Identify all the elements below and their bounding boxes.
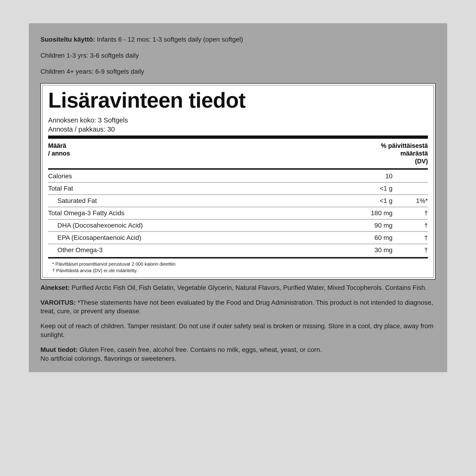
other-label: Muut tiedot: [40, 346, 78, 353]
nutrient-name: Saturated Fat [48, 195, 328, 207]
footnotes: * Päivittäiset prosenttiarvot perustuvat… [48, 259, 428, 274]
usage-text-1: Infants 6 - 12 mos: 1-3 softgels daily (… [97, 36, 243, 43]
nutrient-amount: 90 mg [328, 219, 392, 232]
nutrient-name: Total Omega-3 Fatty Acids [48, 207, 328, 219]
med-rule-bottom [48, 257, 428, 258]
usage-line-3: Children 4+ years: 6-9 softgels daily [40, 67, 436, 76]
warning-text: *These statements have not been evaluate… [40, 299, 433, 315]
nutrition-table: Määrä / annos % päivittäisestä määrästä … [48, 140, 428, 167]
header-blank [257, 140, 352, 167]
nutrient-name: Other Omega-3 [48, 244, 328, 256]
ingredients-para: Ainekset: Purified Arctic Fish Oil, Fish… [40, 283, 436, 292]
nutrient-dv: † [392, 232, 428, 244]
table-row: EPA (Eicosapentaenoic Acid)60 mg† [48, 232, 428, 244]
nutrition-header-row: Määrä / annos % päivittäisestä määrästä … [48, 140, 428, 167]
table-row: Total Fat<1 g [48, 182, 428, 195]
servings-label: Annosta / pakkaus: [48, 125, 105, 133]
table-row: Total Omega-3 Fatty Acids180 mg† [48, 207, 428, 219]
nutrient-dv [392, 182, 428, 195]
supplement-facts-box: Lisäravinteen tiedot Annoksen koko: 3 So… [40, 83, 436, 280]
nutrient-name: Total Fat [48, 182, 328, 195]
usage-line-1: Suositeltu käyttö: Infants 6 - 12 mos: 1… [40, 35, 436, 44]
servings-value: 30 [107, 125, 115, 133]
footnote-2: † Päivittäistä arvoa (DV) ei ole määrite… [52, 267, 428, 274]
usage-line-2: Children 1-3 yrs: 3-6 softgels daily [40, 51, 436, 60]
nutrient-name: Calories [48, 170, 328, 183]
nutrient-amount: 30 mg [328, 244, 392, 256]
table-row: Other Omega-330 mg† [48, 244, 428, 256]
nutrition-rows: Calories10Total Fat<1 gSaturated Fat<1 g… [48, 170, 428, 256]
nutrient-dv [392, 170, 428, 183]
supplement-label-panel: Suositeltu käyttö: Infants 6 - 12 mos: 1… [29, 23, 447, 372]
table-row: DHA (Docosahexoenoic Acid)90 mg† [48, 219, 428, 232]
table-row: Calories10 [48, 170, 428, 183]
med-rule-header [48, 168, 428, 170]
nutrient-amount: 180 mg [328, 207, 392, 219]
header-amount: Määrä / annos [48, 140, 257, 167]
supplement-facts-inner: Lisäravinteen tiedot Annoksen koko: 3 So… [42, 85, 434, 278]
nutrient-dv: † [392, 219, 428, 232]
nutrient-dv: † [392, 207, 428, 219]
nutrient-name: EPA (Eicosapentaenoic Acid) [48, 232, 328, 244]
nutrient-amount: <1 g [328, 182, 392, 195]
warning-para: VAROITUS: *These statements have not bee… [40, 298, 436, 316]
nutrient-dv: † [392, 244, 428, 256]
nutrient-dv: 1%* [392, 195, 428, 207]
footnote-1: * Päivittäiset prosenttiarvot perustuvat… [52, 261, 428, 267]
usage-label: Suositeltu käyttö: [40, 36, 95, 43]
thick-rule-top [48, 136, 428, 139]
servings-per-line: Annosta / pakkaus: 30 [48, 125, 428, 133]
ingredients-text: Purified Arctic Fish Oil, Fish Gelatin, … [72, 284, 427, 291]
suggested-use-block: Suositeltu käyttö: Infants 6 - 12 mos: 1… [40, 35, 436, 76]
nutrient-amount: 10 [328, 170, 392, 183]
other-info-para: Muut tiedot: Gluten Free, casein free, a… [40, 345, 436, 363]
other-text-1: Gluten Free, casein free, alcohol free. … [80, 346, 322, 353]
nutrient-amount: <1 g [328, 195, 392, 207]
serving-size-value: 3 Softgels [98, 117, 128, 124]
after-facts-block: Ainekset: Purified Arctic Fish Oil, Fish… [40, 283, 436, 363]
nutrient-amount: 60 mg [328, 232, 392, 244]
serving-size-line: Annoksen koko: 3 Softgels [48, 117, 428, 124]
warning-label: VAROITUS: [40, 299, 76, 306]
serving-size-label: Annoksen koko: [48, 117, 96, 124]
ingredients-label: Ainekset: [40, 284, 70, 291]
header-dv: % päivittäisestä määrästä (DV) [352, 140, 428, 167]
other-text-2: No artificial colorings, flavorings or s… [40, 355, 176, 362]
table-row: Saturated Fat<1 g1%* [48, 195, 428, 207]
storage-para: Keep out of reach of children. Tamper re… [40, 322, 436, 339]
nutrient-name: DHA (Docosahexoenoic Acid) [48, 219, 328, 232]
facts-title: Lisäravinteen tiedot [48, 89, 428, 111]
